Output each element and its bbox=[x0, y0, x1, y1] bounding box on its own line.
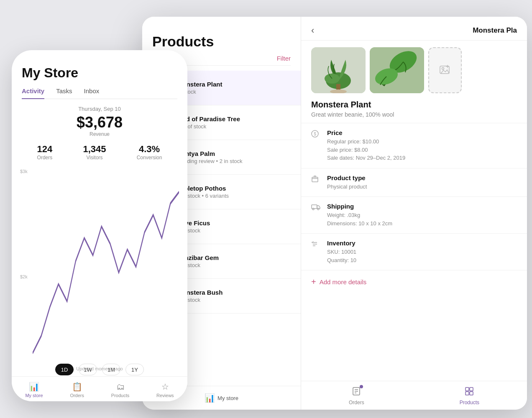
products-nav-label: Products bbox=[111, 393, 129, 398]
product-image-1 bbox=[311, 47, 366, 93]
tablet-device: Products Sort by Filter bbox=[142, 17, 527, 410]
product-name-5: Love Ficus bbox=[177, 219, 294, 227]
store-title: My Store bbox=[22, 65, 177, 81]
product-info-pothos: Tabletop Pothos 6 in stock • 6 variants bbox=[177, 185, 294, 199]
sale-dates: Sale dates: Nov 29–Dec 2, 2019 bbox=[327, 154, 517, 162]
shipping-weight: Weight: .03kg bbox=[327, 211, 517, 219]
product-status-4: 6 in stock • 6 variants bbox=[177, 193, 294, 199]
shipping-title: Shipping bbox=[327, 203, 517, 210]
product-type-value: Physical product bbox=[327, 183, 517, 191]
chart-y-axis: $3k $2k $1k bbox=[20, 169, 33, 385]
phone-nav-mystore[interactable]: 📊 My store bbox=[25, 382, 43, 398]
inventory-section: Inventory SKU: 10001 Quantity: 10 bbox=[301, 233, 527, 270]
revenue-chart: $3k $2k $1k 12am 4am 8am 12pm 4pm 11pm 1… bbox=[20, 169, 179, 401]
products-title: Products bbox=[152, 33, 291, 50]
monstera-img-2-svg bbox=[370, 47, 424, 93]
chart-svg-container bbox=[33, 169, 179, 376]
phone-bottom-nav: 📊 My store 📋 Orders 🗂 Products ☆ Reviews bbox=[12, 376, 187, 401]
product-images-row bbox=[301, 41, 527, 100]
tab-activity[interactable]: Activity bbox=[22, 87, 44, 99]
svg-point-25 bbox=[442, 68, 444, 70]
svg-point-30 bbox=[312, 208, 314, 210]
tab-inbox[interactable]: Inbox bbox=[84, 87, 100, 99]
orders-badge bbox=[360, 385, 363, 388]
price-icon: $ bbox=[311, 130, 321, 140]
product-info-monstera-plant: Monstera Plant In stock bbox=[177, 81, 294, 95]
svg-point-31 bbox=[317, 208, 319, 210]
svg-rect-42 bbox=[470, 392, 473, 395]
shipping-dimensions: Dimensions: 10 x 10 x 2cm bbox=[327, 219, 517, 228]
stat-visitors: 1,345 Visitors bbox=[83, 144, 106, 161]
product-name-2: Bird of Paradise Tree bbox=[177, 115, 294, 122]
stats-row: 124 Orders 1,345 Visitors 4.3% Conversio… bbox=[22, 144, 177, 161]
orders-nav-label: Orders bbox=[70, 393, 84, 398]
reviews-icon: ☆ bbox=[161, 382, 169, 392]
svg-rect-40 bbox=[470, 387, 473, 391]
product-name-1: Monstera Plant bbox=[177, 81, 294, 88]
product-info-bird: Bird of Paradise Tree Out of stock bbox=[177, 115, 294, 130]
product-image-2 bbox=[370, 47, 424, 93]
tab-tasks[interactable]: Tasks bbox=[56, 87, 72, 99]
add-more-details-button[interactable]: + Add more details bbox=[301, 270, 527, 293]
phone-nav-orders[interactable]: 📋 Orders bbox=[70, 382, 84, 398]
svg-rect-41 bbox=[466, 392, 469, 395]
inventory-sku: SKU: 10001 bbox=[327, 248, 517, 256]
products-icon-svg bbox=[464, 386, 474, 396]
product-type-icon bbox=[311, 175, 321, 185]
orders-label: Orders bbox=[37, 155, 53, 161]
product-status-3: Pending review • 2 in stock bbox=[177, 158, 294, 164]
mystore-bottom-label: My store bbox=[217, 395, 238, 401]
product-status-7: 7 in stock bbox=[177, 297, 294, 303]
svg-text:$: $ bbox=[314, 132, 316, 136]
y-label-2k: $2k bbox=[20, 274, 33, 279]
phone-nav-reviews[interactable]: ☆ Reviews bbox=[156, 382, 174, 398]
stat-conversion: 4.3% Conversion bbox=[137, 144, 162, 161]
shipping-icon bbox=[311, 204, 321, 212]
stat-orders: 124 Orders bbox=[37, 144, 53, 161]
updated-label: Updated moments ago bbox=[20, 366, 179, 371]
svg-rect-39 bbox=[466, 387, 469, 391]
product-type-title: Product type bbox=[327, 174, 517, 181]
detail-nav-products[interactable]: Products bbox=[460, 386, 479, 405]
line-chart-svg bbox=[33, 169, 179, 376]
product-name-7: Monstera Bush bbox=[177, 289, 294, 296]
back-button[interactable]: ‹ bbox=[311, 25, 314, 36]
detail-page-title: Monstera Pla bbox=[473, 26, 517, 35]
orders-nav-label-detail: Orders bbox=[349, 400, 364, 405]
svg-rect-29 bbox=[312, 205, 317, 209]
phone-device: My Store Activity Tasks Inbox Thursday, … bbox=[12, 50, 187, 401]
product-status-5: 7 in stock bbox=[177, 227, 294, 234]
products-icon: 🗂 bbox=[116, 382, 125, 392]
orders-nav-icon bbox=[351, 386, 361, 398]
shipping-content: Shipping Weight: .03kg Dimensions: 10 x … bbox=[327, 203, 517, 227]
monstera-img-1-svg bbox=[311, 47, 366, 93]
filter-button[interactable]: Filter bbox=[277, 55, 291, 62]
mystore-nav-label: My store bbox=[25, 393, 43, 398]
chart-date: Thursday, Sep 10 bbox=[22, 106, 177, 112]
product-info-zanzibar: Zanzibar Gem 7 in stock bbox=[177, 254, 294, 268]
regular-price: Regular price: $10.00 bbox=[327, 138, 517, 146]
add-image-button[interactable] bbox=[428, 47, 462, 93]
detail-product-name: Monstera Plant bbox=[301, 100, 527, 111]
orders-icon: 📋 bbox=[72, 382, 82, 392]
detail-bottom-nav: Orders Products bbox=[301, 381, 527, 410]
reviews-nav-label: Reviews bbox=[156, 393, 174, 398]
product-name-3: Kentya Palm bbox=[177, 150, 294, 157]
y-label-3k: $3k bbox=[20, 169, 33, 174]
svg-rect-28 bbox=[312, 177, 318, 182]
phone-nav-products[interactable]: 🗂 Products bbox=[111, 382, 129, 398]
list-icon bbox=[311, 240, 319, 248]
mystore-icon: 📊 bbox=[29, 382, 39, 392]
detail-nav-orders[interactable]: Orders bbox=[349, 386, 364, 405]
conversion-label: Conversion bbox=[137, 155, 162, 161]
product-name-4: Tabletop Pothos bbox=[177, 185, 294, 192]
sale-price: Sale price: $8.00 bbox=[327, 146, 517, 154]
product-status-6: 7 in stock bbox=[177, 262, 294, 268]
detail-product-desc: Great winter beanie, 100% wool bbox=[301, 111, 527, 123]
price-content: Price Regular price: $10.00 Sale price: … bbox=[327, 129, 517, 162]
add-more-label: Add more details bbox=[320, 278, 367, 285]
inventory-content: Inventory SKU: 10001 Quantity: 10 bbox=[327, 240, 517, 264]
inventory-title: Inventory bbox=[327, 240, 517, 247]
box-icon bbox=[311, 175, 319, 183]
product-status-1: In stock bbox=[177, 89, 294, 95]
